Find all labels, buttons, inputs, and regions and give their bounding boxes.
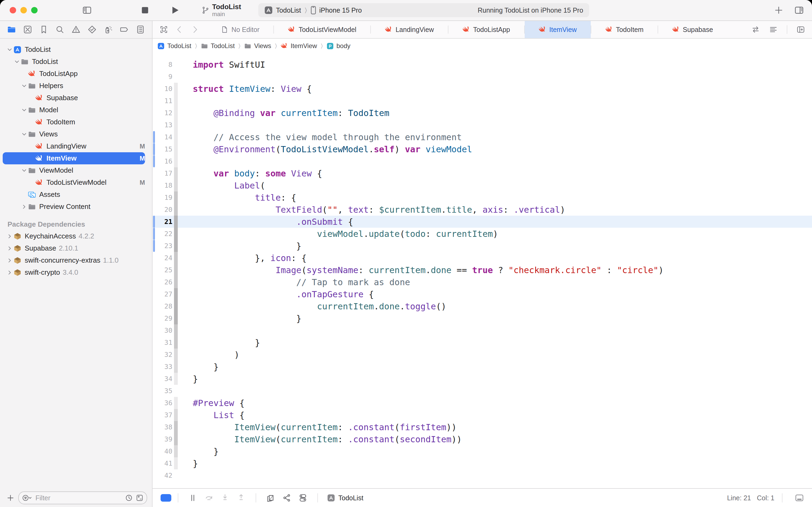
- fold-ribbon[interactable]: [174, 216, 178, 228]
- fold-ribbon[interactable]: [174, 276, 178, 288]
- fold-ribbon[interactable]: [174, 107, 178, 119]
- line-number[interactable]: 19: [155, 193, 172, 202]
- code-line-33[interactable]: 33 }: [153, 361, 812, 373]
- fold-ribbon[interactable]: [174, 288, 178, 300]
- bookmarks-navigator-icon[interactable]: [39, 25, 48, 34]
- add-editor-icon[interactable]: [797, 25, 805, 34]
- breadcrumb-item-itemview[interactable]: ItemView: [281, 42, 317, 50]
- column-indicator[interactable]: Col: 1: [757, 494, 774, 502]
- line-number[interactable]: 36: [155, 399, 172, 407]
- package-item-swift-crypto[interactable]: swift-crypto3.4.0: [3, 266, 145, 278]
- tree-item-model[interactable]: Model: [3, 104, 145, 116]
- line-number[interactable]: 11: [155, 97, 172, 105]
- tree-item-landingview[interactable]: LandingViewM: [3, 140, 145, 152]
- line-number[interactable]: 14: [155, 133, 172, 141]
- fold-ribbon[interactable]: [174, 119, 178, 131]
- chevron-right-icon[interactable]: [6, 257, 13, 264]
- issues-navigator-icon[interactable]: [71, 25, 80, 34]
- line-number[interactable]: 20: [155, 206, 172, 214]
- code-line-38[interactable]: 38 ItemView(currentItem: .constant(first…: [153, 421, 812, 433]
- scheme-name[interactable]: TodoList: [276, 6, 301, 14]
- line-number[interactable]: 22: [155, 230, 172, 238]
- line-number[interactable]: 12: [155, 109, 172, 117]
- breakpoints-toggle-button[interactable]: [161, 494, 171, 502]
- code-line-30[interactable]: 30: [153, 324, 812, 336]
- minimize-window-button[interactable]: [20, 7, 27, 13]
- fold-ribbon[interactable]: [174, 155, 178, 167]
- tree-item-todolist[interactable]: TodoList: [3, 56, 145, 68]
- fold-ribbon[interactable]: [174, 240, 178, 252]
- line-number[interactable]: 30: [155, 327, 172, 334]
- breadcrumb-item-views[interactable]: Views: [244, 42, 271, 50]
- fold-ribbon[interactable]: [174, 312, 178, 324]
- fold-ribbon[interactable]: [174, 421, 178, 433]
- fold-ribbon[interactable]: [174, 433, 178, 445]
- line-number[interactable]: 27: [155, 290, 172, 298]
- line-number[interactable]: 41: [155, 459, 172, 467]
- scheme-selector[interactable]: TodoList 〉 iPhone 15 Pro Running TodoLis…: [258, 3, 589, 17]
- close-window-button[interactable]: [10, 7, 16, 13]
- tree-item-viewmodel[interactable]: ViewModel: [3, 164, 145, 176]
- tree-item-supabase[interactable]: Supabase: [3, 92, 145, 104]
- breakpoints-navigator-icon[interactable]: [120, 25, 129, 34]
- code-line-31[interactable]: 31 }: [153, 336, 812, 349]
- fold-ribbon[interactable]: [174, 445, 178, 457]
- line-number[interactable]: 35: [155, 387, 172, 395]
- line-number[interactable]: 32: [155, 351, 172, 358]
- line-number[interactable]: 33: [155, 363, 172, 371]
- code-line-8[interactable]: 8import SwiftUI: [153, 59, 812, 71]
- breadcrumb-item-todolist[interactable]: TodoList: [157, 42, 191, 50]
- debug-view-hierarchy-button[interactable]: [267, 494, 275, 502]
- fold-ribbon[interactable]: [174, 131, 178, 143]
- line-number[interactable]: 10: [155, 85, 172, 93]
- fold-ribbon[interactable]: [174, 373, 178, 385]
- back-chevron-icon[interactable]: [175, 25, 184, 34]
- chevron-down-icon[interactable]: [20, 130, 28, 138]
- code-line-41[interactable]: 41}: [153, 457, 812, 469]
- adjust-editor-icon[interactable]: [795, 493, 804, 502]
- chevron-right-icon[interactable]: [6, 233, 13, 240]
- line-number[interactable]: 17: [155, 169, 172, 177]
- stop-button[interactable]: [140, 5, 150, 15]
- tab-itemview[interactable]: ItemView: [525, 21, 591, 38]
- fold-ribbon[interactable]: [174, 349, 178, 361]
- line-number[interactable]: 9: [155, 73, 172, 80]
- line-number[interactable]: 40: [155, 447, 172, 455]
- line-number[interactable]: 26: [155, 278, 172, 286]
- line-number[interactable]: 34: [155, 375, 172, 383]
- tests-navigator-icon[interactable]: [88, 25, 97, 34]
- fold-ribbon[interactable]: [174, 361, 178, 373]
- code-line-10[interactable]: 10struct ItemView: View {: [153, 83, 812, 95]
- code-line-32[interactable]: 32 ): [153, 349, 812, 361]
- chevron-right-icon[interactable]: [20, 203, 28, 211]
- code-line-29[interactable]: 29 }: [153, 312, 812, 324]
- fold-ribbon[interactable]: [174, 83, 178, 95]
- line-number[interactable]: 8: [155, 61, 172, 68]
- chevron-down-icon[interactable]: [6, 46, 13, 53]
- chevron-down-icon[interactable]: [20, 167, 28, 174]
- tree-item-todolistapp[interactable]: TodoListApp: [3, 68, 145, 80]
- code-line-35[interactable]: 35: [153, 385, 812, 397]
- code-line-26[interactable]: 26 // Tap to mark as done: [153, 276, 812, 288]
- toggle-navigator-button[interactable]: [82, 5, 92, 15]
- fold-ribbon[interactable]: [174, 143, 178, 155]
- zoom-window-button[interactable]: [31, 7, 38, 13]
- code-line-40[interactable]: 40 }: [153, 445, 812, 457]
- fold-ribbon[interactable]: [174, 228, 178, 240]
- filter-input[interactable]: Filter: [18, 492, 147, 504]
- fold-ribbon[interactable]: [174, 252, 178, 264]
- line-number[interactable]: 23: [155, 242, 172, 250]
- line-number[interactable]: 38: [155, 423, 172, 431]
- tree-item-assets[interactable]: Assets: [3, 188, 145, 201]
- minimap-lines-icon[interactable]: [769, 25, 777, 34]
- line-number[interactable]: 21: [155, 218, 172, 226]
- line-number[interactable]: 25: [155, 266, 172, 274]
- code-line-37[interactable]: 37 List {: [153, 409, 812, 421]
- project-navigator-icon[interactable]: [7, 25, 16, 34]
- code-line-24[interactable]: 24 }, icon: {: [153, 252, 812, 264]
- line-number[interactable]: 15: [155, 145, 172, 153]
- fold-ribbon[interactable]: [174, 167, 178, 179]
- line-number[interactable]: 37: [155, 411, 172, 419]
- tree-item-itemview[interactable]: ItemViewM: [3, 152, 145, 164]
- tree-item-views[interactable]: Views: [3, 128, 145, 140]
